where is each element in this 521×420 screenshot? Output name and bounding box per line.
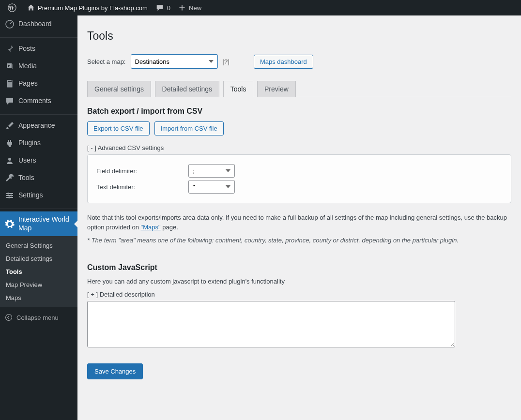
- menu-posts[interactable]: Posts: [0, 40, 77, 58]
- brush-icon: [5, 121, 15, 131]
- csv-heading: Batch export / import from CSV: [87, 107, 511, 116]
- gear-icon: [5, 219, 15, 229]
- page-wrap: Tools Select a map: Destinations [?] Map…: [77, 15, 521, 399]
- maps-dashboard-button[interactable]: Maps dashboard: [254, 55, 313, 69]
- svg-point-3: [8, 158, 11, 161]
- menu-label: Users: [18, 156, 36, 165]
- menu-appearance[interactable]: Appearance: [0, 117, 77, 135]
- comment-icon: [155, 3, 164, 12]
- collapse-icon: [5, 314, 13, 321]
- new-label: New: [189, 4, 201, 12]
- advanced-csv-toggle[interactable]: [ - ] Advanced CSV settings: [87, 144, 511, 151]
- menu-pages[interactable]: Pages: [0, 75, 77, 92]
- menu-separator: [0, 112, 77, 115]
- admin-bar: Premium Map Plugins by Fla-shop.com 0 Ne…: [0, 0, 521, 15]
- submenu-detailed-settings[interactable]: Detailed settings: [0, 252, 77, 265]
- svg-point-4: [7, 193, 9, 195]
- export-csv-button[interactable]: Export to CSV file: [87, 121, 150, 135]
- advanced-csv-panel: Field delimiter: ; Text delimiter: ": [87, 154, 511, 203]
- menu-label: Appearance: [18, 121, 55, 130]
- area-note: * The term "area" means one of the follo…: [87, 237, 511, 244]
- menu-label: Pages: [18, 79, 38, 88]
- export-note: Note that this tool exports/imports area…: [87, 213, 511, 232]
- menu-tools[interactable]: Tools: [0, 169, 77, 187]
- page-title: Tools: [87, 25, 511, 45]
- menu-label: Comments: [18, 97, 51, 105]
- import-csv-button[interactable]: Import from CSV file: [154, 121, 224, 135]
- tab-detailed-settings[interactable]: Detailed settings: [155, 81, 220, 97]
- menu-interactive-world-map[interactable]: Interactive World Map: [0, 211, 77, 236]
- field-delimiter-select[interactable]: ;: [188, 164, 235, 178]
- pages-icon: [5, 79, 15, 89]
- wrench-icon: [5, 173, 15, 183]
- wordpress-icon: [8, 3, 16, 12]
- svg-point-7: [6, 315, 12, 321]
- submenu-maps[interactable]: Maps: [0, 291, 77, 304]
- plus-icon: [178, 4, 186, 12]
- media-icon: [5, 61, 15, 71]
- menu-media[interactable]: Media: [0, 58, 77, 75]
- menu-label: Dashboard: [18, 20, 52, 29]
- menu-plugins[interactable]: Plugins: [0, 135, 77, 152]
- comments-bubble[interactable]: 0: [152, 0, 174, 15]
- menu-label: Plugins: [18, 139, 41, 148]
- csv-buttons: Export to CSV file Import from CSV file: [87, 121, 511, 135]
- dashboard-icon: [5, 19, 15, 29]
- select-map-label: Select a map:: [87, 58, 126, 65]
- menu-settings[interactable]: Settings: [0, 187, 77, 204]
- help-link[interactable]: [?]: [223, 58, 230, 65]
- save-changes-button[interactable]: Save Changes: [87, 363, 143, 379]
- svg-point-5: [10, 195, 12, 196]
- site-title-link[interactable]: Premium Map Plugins by Fla-shop.com: [23, 0, 152, 15]
- field-delimiter-label: Field delimiter:: [96, 167, 188, 175]
- pin-icon: [5, 44, 15, 54]
- menu-label: Settings: [18, 191, 43, 200]
- tab-nav: General settings Detailed settings Tools…: [87, 81, 511, 97]
- comments-count: 0: [167, 4, 170, 12]
- wp-logo[interactable]: [4, 0, 23, 15]
- user-icon: [5, 156, 15, 165]
- comments-icon: [5, 96, 15, 106]
- submenu: General Settings Detailed settings Tools…: [0, 236, 77, 307]
- menu-label: Tools: [18, 174, 34, 182]
- menu-separator: [0, 207, 77, 209]
- collapse-label: Collapse menu: [16, 314, 59, 321]
- menu-comments[interactable]: Comments: [0, 92, 77, 110]
- text-delimiter-label: Text delimiter:: [96, 183, 188, 191]
- map-select[interactable]: Destinations: [131, 54, 218, 69]
- detailed-description-toggle[interactable]: [ + ] Detailed description: [87, 291, 511, 298]
- tab-general-settings[interactable]: General settings: [87, 81, 151, 97]
- maps-page-link[interactable]: "Maps": [141, 224, 161, 231]
- custom-js-textarea[interactable]: [87, 301, 455, 347]
- map-select-row: Select a map: Destinations [?] Maps dash…: [87, 54, 511, 69]
- menu-label: Media: [18, 62, 37, 71]
- site-title: Premium Map Plugins by Fla-shop.com: [38, 4, 148, 12]
- svg-point-6: [8, 196, 10, 198]
- text-delimiter-select[interactable]: ": [188, 180, 235, 194]
- menu-label: Posts: [18, 45, 35, 53]
- custom-js-heading: Custom JavaScript: [87, 263, 511, 272]
- menu-label: Interactive World Map: [18, 215, 74, 232]
- custom-js-desc: Here you can add any custom javascript t…: [87, 278, 511, 285]
- collapse-menu[interactable]: Collapse menu: [0, 310, 77, 325]
- tab-tools[interactable]: Tools: [223, 81, 254, 97]
- menu-users[interactable]: Users: [0, 152, 77, 169]
- submenu-general-settings[interactable]: General Settings: [0, 239, 77, 252]
- tab-preview[interactable]: Preview: [257, 81, 296, 97]
- submenu-tools[interactable]: Tools: [0, 265, 77, 278]
- new-content[interactable]: New: [174, 0, 205, 15]
- home-icon: [27, 4, 35, 12]
- plugin-icon: [5, 138, 15, 148]
- menu-separator: [0, 35, 77, 38]
- admin-sidebar: Dashboard Posts Media Pages Comments App…: [0, 15, 77, 399]
- sliders-icon: [5, 191, 15, 200]
- menu-dashboard[interactable]: Dashboard: [0, 15, 77, 33]
- submenu-map-preview[interactable]: Map Preview: [0, 278, 77, 291]
